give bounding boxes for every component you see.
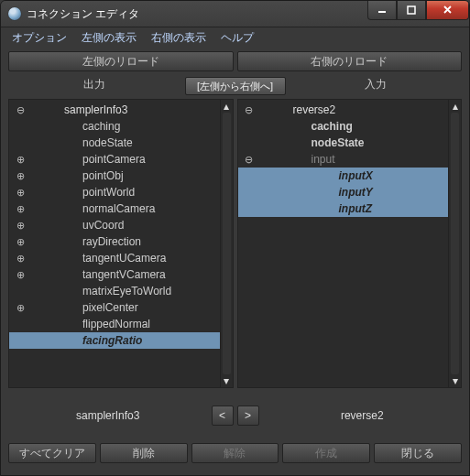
- list-item[interactable]: ⊕pointObj: [9, 168, 220, 184]
- menu-right-display[interactable]: 右側の表示: [146, 28, 212, 48]
- list-item[interactable]: inputY: [238, 184, 449, 200]
- list-item[interactable]: nodeState: [238, 135, 449, 151]
- list-item[interactable]: ⊕uvCoord: [9, 217, 220, 233]
- left-panel: ⊖ samplerInfo3 caching nodeState ⊕pointC…: [8, 99, 234, 388]
- list-item[interactable]: ⊕tangentUCamera: [9, 250, 220, 266]
- collapse-icon[interactable]: ⊖: [242, 104, 257, 116]
- collapse-icon[interactable]: ⊖: [13, 104, 27, 116]
- expand-icon[interactable]: ⊕: [13, 154, 27, 166]
- left-list[interactable]: ⊖ samplerInfo3 caching nodeState ⊕pointC…: [9, 100, 220, 387]
- footer-left-node: samplerInfo3: [8, 409, 208, 422]
- list-item[interactable]: nodeState: [9, 135, 220, 151]
- expand-icon[interactable]: ⊕: [13, 236, 27, 248]
- expand-icon[interactable]: ⊕: [13, 220, 27, 232]
- right-panel: ⊖ reverse2 caching nodeState ⊖input inpu…: [237, 99, 463, 388]
- reload-right-button[interactable]: 右側のリロード: [237, 51, 463, 71]
- list-item[interactable]: caching: [238, 118, 449, 135]
- app-icon: [8, 7, 21, 20]
- expand-icon[interactable]: ⊕: [13, 187, 27, 199]
- node-name: reverse2: [257, 103, 336, 116]
- scrollbar[interactable]: ▴ ▾: [220, 100, 233, 387]
- minimize-button[interactable]: [367, 0, 397, 20]
- expand-icon[interactable]: ⊕: [13, 269, 27, 281]
- list-item[interactable]: ⊖ samplerInfo3: [9, 102, 220, 118]
- clear-all-button[interactable]: すべてクリア: [8, 443, 96, 463]
- create-button[interactable]: 作成: [282, 443, 370, 463]
- expand-icon[interactable]: ⊕: [13, 302, 27, 314]
- scroll-down-icon[interactable]: ▾: [221, 374, 233, 387]
- list-item[interactable]: ⊖input: [238, 151, 449, 168]
- list-item[interactable]: ⊕pointWorld: [9, 184, 220, 200]
- list-item[interactable]: ⊕rayDirection: [9, 233, 220, 250]
- scroll-up-icon[interactable]: ▴: [221, 100, 233, 113]
- expand-icon[interactable]: ⊕: [13, 203, 27, 215]
- collapse-icon[interactable]: ⊖: [242, 154, 257, 166]
- svg-rect-0: [378, 11, 386, 13]
- next-button[interactable]: >: [237, 406, 259, 426]
- maximize-button[interactable]: [397, 0, 426, 20]
- list-item[interactable]: ⊕pointCamera: [9, 151, 220, 168]
- expand-icon[interactable]: ⊕: [13, 253, 27, 265]
- header-output: 出力: [8, 75, 181, 97]
- menu-left-display[interactable]: 左側の表示: [76, 28, 142, 48]
- right-list[interactable]: ⊖ reverse2 caching nodeState ⊖input inpu…: [238, 100, 449, 387]
- scroll-down-icon[interactable]: ▾: [449, 374, 461, 387]
- footer-right-node: reverse2: [263, 409, 463, 422]
- scroll-track[interactable]: [223, 113, 231, 374]
- svg-rect-1: [408, 6, 415, 14]
- header-input: 入力: [290, 75, 463, 97]
- reload-left-button[interactable]: 左側のリロード: [8, 51, 234, 71]
- list-item[interactable]: ⊕tangentVCamera: [9, 266, 220, 283]
- prev-button[interactable]: <: [212, 406, 234, 426]
- list-item[interactable]: ⊖ reverse2: [238, 102, 449, 118]
- list-item[interactable]: facingRatio: [9, 332, 220, 349]
- scroll-track[interactable]: [451, 113, 459, 374]
- window-title: コネクション エディタ: [27, 6, 367, 22]
- release-button[interactable]: 解除: [191, 443, 279, 463]
- menu-options[interactable]: オプション: [6, 28, 72, 48]
- list-item[interactable]: inputZ: [238, 200, 449, 217]
- list-item[interactable]: matrixEyeToWorld: [9, 283, 220, 299]
- scrollbar[interactable]: ▴ ▾: [448, 100, 461, 387]
- menu-help[interactable]: ヘルプ: [215, 28, 259, 48]
- list-item[interactable]: flippedNormal: [9, 316, 220, 332]
- close-button[interactable]: [426, 0, 469, 20]
- direction-button[interactable]: [左側から右側へ]: [185, 77, 286, 95]
- scroll-up-icon[interactable]: ▴: [449, 100, 461, 113]
- list-item[interactable]: ⊕normalCamera: [9, 200, 220, 217]
- close-window-button[interactable]: 閉じる: [374, 443, 462, 463]
- list-item[interactable]: caching: [9, 118, 220, 135]
- list-item[interactable]: inputX: [238, 168, 449, 184]
- delete-button[interactable]: 削除: [100, 443, 188, 463]
- node-name: samplerInfo3: [27, 103, 127, 116]
- list-item[interactable]: ⊕pixelCenter: [9, 299, 220, 316]
- expand-icon[interactable]: ⊕: [13, 170, 27, 182]
